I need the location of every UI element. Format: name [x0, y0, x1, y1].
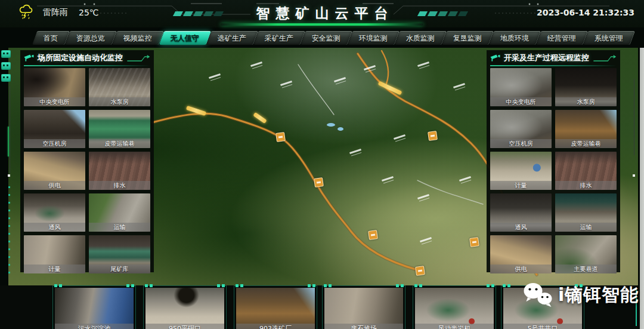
- title-underline: [221, 23, 423, 26]
- camera-thumbnail[interactable]: 主要巷道: [555, 235, 617, 273]
- camera-label: 950平硐口: [145, 324, 224, 329]
- camera-photo: 污水沉淀池: [55, 288, 134, 329]
- camera-thumbnail[interactable]: 污水沉淀池: [52, 285, 136, 329]
- tab-safety-monitoring[interactable]: 安全监测: [301, 31, 352, 45]
- production-remote-monitoring-panel: 开采及生产过程远程监控 中央变电所 水泵房 空压机房 皮带运输巷 计量 排水 通…: [487, 50, 620, 272]
- tab-geological-environment[interactable]: 地质环境: [489, 31, 541, 45]
- camera-label: 中央变电所: [24, 97, 85, 106]
- tab-home[interactable]: 首页: [32, 31, 70, 45]
- fixed-facility-monitoring-panel: 场所固定设施自动化监控 中央变电所 水泵房 空压机房 皮带运输巷 供电 排水 通…: [20, 50, 154, 272]
- weather-temperature: 25℃: [79, 8, 99, 17]
- map-route-marker: [368, 230, 378, 240]
- camera-photo: 废石堆场: [324, 288, 403, 329]
- camera-label: 污水沉淀池: [55, 324, 134, 329]
- camera-label: 运输: [555, 223, 617, 232]
- camera-label: 供电: [24, 181, 85, 190]
- camera-grid: 中央变电所 水泵房 空压机房 皮带运输巷 计量 排水 通风 运输 供电 主要巷道: [487, 68, 620, 277]
- panel-underline: [24, 65, 150, 66]
- camera-thumbnail[interactable]: 运输: [89, 193, 150, 232]
- camera-label: 903选矿厂: [236, 324, 315, 329]
- tab-water-quality[interactable]: 水质监测: [395, 31, 447, 45]
- panel-underline: [490, 65, 617, 66]
- tab-unmanned-duty[interactable]: 无人值守: [159, 31, 211, 45]
- camera-thumbnail[interactable]: 通风: [490, 193, 552, 232]
- camera-label: 空压机房: [24, 139, 85, 148]
- camera-thumbnail[interactable]: 903选矿厂: [234, 285, 317, 329]
- tab-environment-monitoring[interactable]: 环境监测: [348, 31, 400, 45]
- smart-mine-dashboard: 雷阵雨 25℃ 智慧矿山云平台 2023-06-14 21:32:33 首页 资…: [0, 0, 644, 329]
- camera-grid: 中央变电所 水泵房 空压机房 皮带运输巷 供电 排水 通风 运输 计量 尾矿库: [20, 68, 154, 277]
- camera-thumbnail[interactable]: 通风: [24, 193, 85, 232]
- camera-label: 主要巷道: [555, 265, 617, 273]
- teal-deco-blocks-left: [174, 11, 222, 16]
- wechat-icon: [522, 282, 553, 308]
- camera-label: 供电: [490, 265, 552, 273]
- camera-thumbnail[interactable]: 计量: [490, 152, 552, 190]
- page-title: 智慧矿山云平台: [250, 4, 394, 23]
- camera-thumbnail[interactable]: 水泵房: [555, 68, 617, 106]
- map-lake: [338, 127, 343, 131]
- arrow-line-icon: [593, 54, 617, 62]
- tab-mining-production[interactable]: 采矿生产: [253, 31, 305, 45]
- camera-label: 水泵房: [555, 97, 617, 106]
- camera-thumbnail[interactable]: 废石堆场: [322, 285, 405, 329]
- camera-thumbnail[interactable]: 950平硐口: [143, 285, 227, 329]
- arrow-line-icon: [126, 54, 150, 62]
- panel-title: 场所固定设施自动化监控: [38, 53, 123, 63]
- wechat-watermark: i镝铒智能: [522, 282, 639, 308]
- camera-label: 风动凿岩机: [415, 324, 494, 329]
- camera-thumbnail[interactable]: 运输: [555, 193, 617, 232]
- camera-photo: 950平硐口: [145, 288, 224, 329]
- map-lake: [327, 123, 335, 127]
- camera-label: 5号井井口: [503, 324, 582, 329]
- tab-business-management[interactable]: 经营管理: [536, 31, 588, 45]
- main-nav: 首页 资源总览 视频监控 无人值守 选矿生产 采矿生产 安全监测 环境监测 水质…: [35, 31, 607, 47]
- cctv-camera-icon: [24, 54, 34, 62]
- map-route-marker: [469, 237, 479, 247]
- tab-video-monitoring[interactable]: 视频监控: [112, 31, 164, 45]
- camera-photo: 风动凿岩机: [415, 288, 494, 329]
- camera-label: 排水: [89, 181, 150, 190]
- map-route-marker: [428, 131, 438, 141]
- tab-system-management[interactable]: 系统管理: [583, 31, 635, 45]
- teal-deco-blocks-right: [419, 11, 467, 16]
- camera-thumbnail[interactable]: 尾矿库: [89, 235, 150, 273]
- brand-name: i镝铒智能: [558, 283, 639, 308]
- camera-label: 皮带运输巷: [89, 139, 150, 148]
- camera-thumbnail[interactable]: 中央变电所: [490, 68, 552, 106]
- camera-thumbnail[interactable]: 供电: [490, 235, 552, 273]
- camera-label: 水泵房: [89, 97, 150, 106]
- camera-label: 通风: [24, 223, 85, 232]
- camera-thumbnail[interactable]: 供电: [24, 152, 85, 190]
- thunderstorm-icon: [18, 4, 36, 21]
- camera-label: 计量: [490, 181, 552, 190]
- camera-thumbnail[interactable]: 空压机房: [490, 110, 552, 148]
- camera-thumbnail[interactable]: 皮带运输巷: [555, 110, 617, 148]
- tab-resource-overview[interactable]: 资源总览: [65, 31, 117, 45]
- map-route-marker: [314, 177, 324, 187]
- camera-label: 废石堆场: [324, 324, 403, 329]
- camera-thumbnail[interactable]: 中央变电所: [24, 68, 85, 106]
- scrollbar[interactable]: [640, 48, 644, 329]
- camera-thumbnail[interactable]: 空压机房: [24, 110, 85, 148]
- camera-label: 皮带运输巷: [555, 139, 617, 148]
- camera-label: 尾矿库: [89, 265, 150, 273]
- camera-photo: 903选矿厂: [236, 288, 315, 329]
- tab-reclamation-monitoring[interactable]: 复垦监测: [442, 31, 494, 45]
- tab-beneficiation[interactable]: 选矿生产: [206, 31, 258, 45]
- camera-thumbnail[interactable]: 水泵房: [89, 68, 150, 106]
- camera-thumbnail[interactable]: 排水: [555, 152, 617, 190]
- weather-widget: 雷阵雨 25℃: [18, 4, 99, 21]
- datetime-display: 2023-06-14 21:32:33: [537, 8, 634, 17]
- weather-condition: 雷阵雨: [43, 7, 68, 18]
- map-route-marker: [415, 266, 425, 276]
- camera-thumbnail[interactable]: 皮带运输巷: [89, 110, 150, 148]
- camera-label: 排水: [555, 181, 617, 190]
- camera-label: 计量: [24, 265, 85, 273]
- camera-thumbnail[interactable]: 排水: [89, 152, 150, 190]
- camera-thumbnail[interactable]: 计量: [24, 235, 85, 273]
- camera-label: 通风: [490, 223, 552, 232]
- panel-title: 开采及生产过程远程监控: [504, 53, 589, 63]
- panel-header: 场所固定设施自动化监控: [20, 50, 154, 64]
- camera-thumbnail[interactable]: 风动凿岩机: [413, 285, 496, 329]
